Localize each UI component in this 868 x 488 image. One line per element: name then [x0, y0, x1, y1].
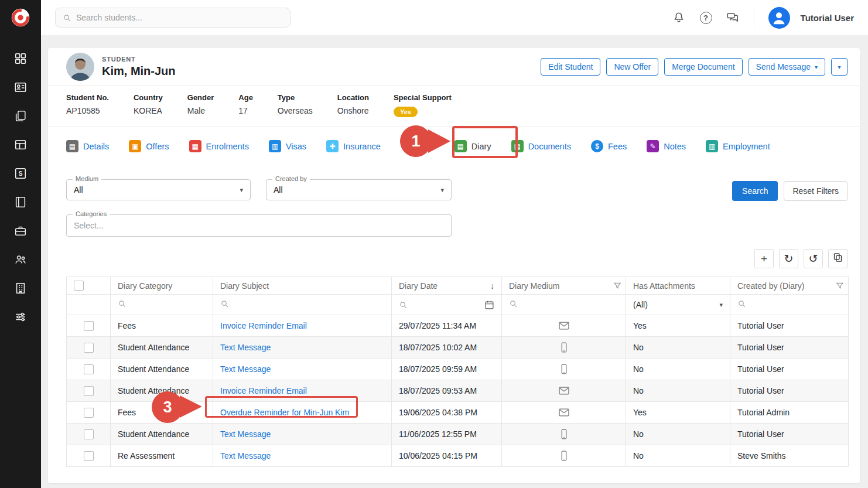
refresh-button[interactable]: ↻	[779, 249, 798, 268]
services-icon[interactable]	[13, 224, 28, 238]
col-has-attachments[interactable]: Has Attachments	[626, 277, 730, 295]
created-by-cell: Tutorial User	[730, 424, 849, 445]
reports-icon[interactable]	[13, 138, 28, 152]
table-row: Student Attendance Text Message 11/06/20…	[67, 424, 849, 445]
documents-icon[interactable]	[13, 109, 28, 123]
tab-offers[interactable]: ▣Offers	[129, 140, 169, 152]
subjects-icon[interactable]: S	[13, 166, 28, 180]
filter-diary-medium[interactable]	[502, 295, 626, 315]
history-button[interactable]: ↺	[804, 249, 823, 268]
has-attachments-cell: No	[626, 337, 730, 359]
tab-documents[interactable]: ▤Documents	[511, 140, 571, 152]
select-all-checkbox[interactable]	[74, 281, 84, 291]
diary-subject-link[interactable]: Overdue Reminder for Min-Jun Kim	[220, 408, 349, 417]
diary-subject-link[interactable]: Text Message	[220, 451, 271, 460]
students-icon[interactable]	[13, 80, 28, 94]
filter-funnel-icon[interactable]	[836, 282, 844, 290]
table-header-row: Diary Category Diary Subject Diary Date↓…	[67, 277, 849, 295]
tab-employment[interactable]: ▥Employment	[706, 140, 770, 152]
search-input[interactable]	[76, 13, 283, 22]
notifications-icon[interactable]	[672, 11, 686, 25]
sms-icon	[558, 428, 570, 440]
row-checkbox[interactable]	[84, 321, 94, 331]
diary-category-cell: Re Assessment	[111, 445, 213, 467]
search-icon	[737, 299, 746, 308]
diary-category-cell: Fees	[111, 315, 213, 337]
calendar-icon[interactable]	[484, 300, 494, 310]
col-diary-medium[interactable]: Diary Medium	[502, 277, 626, 295]
fees-icon: $	[591, 140, 603, 152]
has-attachments-cell: No	[626, 380, 730, 402]
diary-subject-link[interactable]: Invoice Reminder Email	[220, 386, 307, 395]
tab-details[interactable]: ▤Details	[66, 140, 109, 152]
filter-diary-date[interactable]	[392, 295, 502, 315]
diary-category-cell: Student Attendance	[111, 359, 213, 380]
row-checkbox[interactable]	[84, 408, 94, 418]
search-button[interactable]: Search	[732, 181, 778, 201]
diary-subject-link[interactable]: Text Message	[220, 364, 271, 374]
diary-subject-link[interactable]: Text Message	[220, 343, 271, 352]
filter-created-by[interactable]	[730, 295, 849, 315]
diary-date-cell: 18/07/2025 09:53 AM	[392, 380, 502, 402]
sort-desc-icon[interactable]: ↓	[490, 281, 494, 291]
row-checkbox[interactable]	[84, 364, 94, 374]
messages-icon[interactable]	[726, 11, 740, 25]
courses-icon[interactable]	[13, 195, 28, 209]
col-diary-date[interactable]: Diary Date↓	[392, 277, 502, 295]
tab-visas[interactable]: ▥Visas	[269, 140, 306, 152]
more-actions-button[interactable]: ▾	[831, 58, 848, 76]
col-diary-subject[interactable]: Diary Subject	[213, 277, 392, 295]
details-icon: ▤	[66, 140, 78, 152]
created-by-select[interactable]: Created by All ▾	[266, 179, 452, 200]
info-gender: Gender Male	[187, 93, 214, 117]
dashboard-icon[interactable]	[13, 52, 28, 66]
filter-diary-subject[interactable]	[213, 295, 392, 315]
settings-icon[interactable]	[13, 310, 28, 324]
row-checkbox[interactable]	[84, 386, 94, 396]
filter-funnel-icon[interactable]	[613, 282, 621, 290]
tab-notes[interactable]: ✎Notes	[647, 140, 686, 152]
chevron-down-icon: ▾	[240, 186, 243, 194]
created-by-cell: Tutorial User	[730, 337, 849, 359]
agents-icon[interactable]	[13, 252, 28, 267]
merge-document-button[interactable]: Merge Document	[664, 58, 742, 76]
new-offer-button[interactable]: New Offer	[606, 58, 658, 76]
diary-category-cell: Student Attendance	[111, 337, 213, 359]
tab-diary[interactable]: ▤Diary	[454, 140, 491, 152]
app-logo[interactable]	[0, 0, 41, 35]
edit-student-button[interactable]: Edit Student	[541, 58, 600, 76]
add-diary-button[interactable]: +	[754, 249, 774, 268]
table-filter-row: (All)▾	[67, 295, 849, 315]
diary-subject-link[interactable]: Text Message	[220, 429, 271, 439]
filter-has-attachments[interactable]: (All)▾	[626, 295, 730, 315]
user-name[interactable]: Tutorial User	[801, 13, 854, 23]
chevron-down-icon: ▾	[838, 64, 840, 70]
user-avatar[interactable]	[768, 7, 790, 29]
diary-table: Diary Category Diary Subject Diary Date↓…	[66, 277, 849, 467]
row-checkbox[interactable]	[84, 451, 94, 461]
diary-subject-link[interactable]: Invoice Reminder Email	[220, 321, 307, 330]
tab-fees[interactable]: $Fees	[591, 140, 627, 152]
table-row: Fees Invoice Reminder Email 29/07/2025 1…	[67, 315, 849, 337]
row-checkbox[interactable]	[84, 343, 94, 353]
tab-enrolments[interactable]: ▦Enrolments	[189, 140, 249, 152]
col-diary-category[interactable]: Diary Category	[111, 277, 213, 295]
medium-select[interactable]: Medium All ▾	[66, 179, 251, 200]
export-button[interactable]	[828, 249, 848, 268]
student-search[interactable]	[55, 8, 291, 28]
tab-insurance[interactable]: ✚Insurance	[326, 140, 381, 152]
table-row: Re Assessment Text Message 10/06/2025 04…	[67, 445, 849, 467]
help-icon[interactable]: ?	[700, 12, 712, 24]
info-location: Location Onshore	[337, 93, 369, 117]
filter-diary-category[interactable]	[111, 295, 213, 315]
diary-date-cell: 11/06/2025 12:55 PM	[392, 424, 502, 445]
sidebar-nav: S	[0, 35, 41, 324]
reset-filters-button[interactable]: Reset Filters	[784, 181, 848, 201]
campus-icon[interactable]	[13, 281, 28, 295]
row-checkbox[interactable]	[84, 429, 94, 439]
student-card: STUDENT Kim, Min-Jun Edit Student New Of…	[48, 48, 860, 483]
col-created-by[interactable]: Created by (Diary)	[730, 277, 849, 295]
send-message-button[interactable]: Send Message▾	[749, 58, 825, 76]
categories-select[interactable]: Categories Select...	[66, 214, 452, 237]
search-icon	[63, 13, 71, 22]
